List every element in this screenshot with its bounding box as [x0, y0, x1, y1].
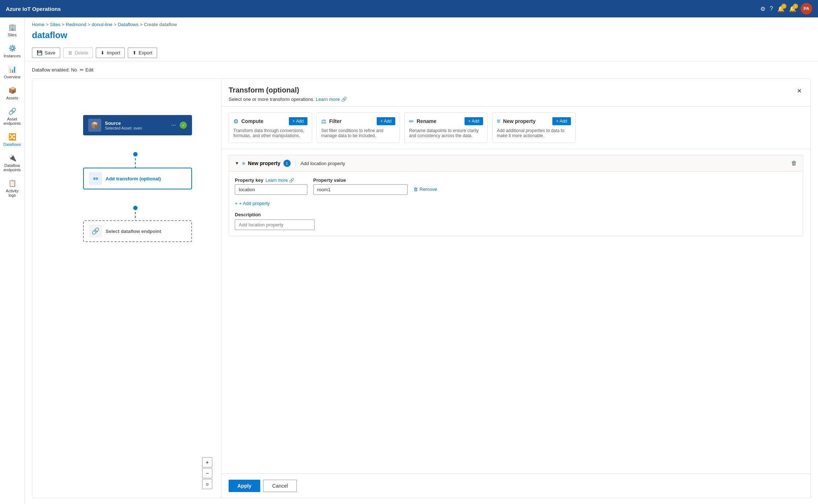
- endpoint-text: Select dataflow endpoint: [106, 229, 186, 234]
- sidebar-item-label: Dataflows: [3, 142, 21, 147]
- sidebar-item-label: Assets: [6, 96, 18, 100]
- zoom-reset-button[interactable]: ⊙: [202, 479, 212, 489]
- source-node[interactable]: 📦 Source Selected Asset: oven ··· ✓: [83, 115, 192, 135]
- new-property-title: New property: [503, 118, 535, 124]
- description-label: Description: [235, 212, 797, 217]
- cancel-button[interactable]: Cancel: [263, 480, 297, 492]
- transform-icon: ⇔: [89, 172, 102, 185]
- transform-panel-subtitle: Select one or more transform operations.…: [229, 97, 347, 102]
- transform-panel-content: Transform (optional) Select one or more …: [221, 79, 810, 498]
- rename-title: Rename: [417, 118, 436, 124]
- sidebar-item-overview[interactable]: 📊 Overview: [1, 62, 23, 82]
- transform-cards: ⚙ Compute + Add Transform data through c…: [221, 107, 810, 149]
- filter-title: Filter: [329, 118, 341, 124]
- description-input[interactable]: [235, 220, 315, 230]
- sidebar-item-sites[interactable]: 🏢 Sites: [1, 20, 23, 40]
- edit-link[interactable]: ✏ Edit: [80, 67, 93, 73]
- breadcrumb-dataflows[interactable]: Dataflows: [118, 22, 138, 27]
- alerts-icon[interactable]: 🔔1: [789, 5, 796, 12]
- filter-add-button[interactable]: + Add: [377, 117, 395, 125]
- compute-add-button[interactable]: + Add: [289, 117, 307, 125]
- new-property-card-header: ≡ New property + Add: [497, 117, 571, 125]
- import-button[interactable]: ⬇ Import: [96, 48, 125, 58]
- sidebar-item-label: Sites: [8, 33, 16, 37]
- transform-node[interactable]: ⇔ Add transform (optional): [83, 168, 192, 189]
- instances-icon: ⚙️: [8, 44, 16, 52]
- new-property-section-header: ▼ ≡ New property 1 | Add location proper…: [229, 155, 803, 172]
- breadcrumb-donut-line[interactable]: donut-line: [92, 22, 113, 27]
- property-value-input[interactable]: [313, 184, 408, 195]
- new-property-add-button[interactable]: + Add: [552, 117, 571, 125]
- sidebar-item-asset-endpoints[interactable]: 🔗 Asset endpoints: [1, 105, 23, 128]
- delete-section-button[interactable]: 🗑: [791, 160, 797, 167]
- source-icon: 📦: [88, 119, 101, 132]
- asset-endpoints-icon: 🔗: [8, 107, 16, 115]
- sidebar-item-assets[interactable]: 📦 Assets: [1, 83, 23, 103]
- export-button[interactable]: ⬆ Export: [128, 48, 157, 58]
- property-key-learn-more[interactable]: Learn more 🔗: [266, 178, 295, 183]
- flow-canvas: 📦 Source Selected Asset: oven ··· ✓ ⇔ Ad…: [32, 79, 221, 498]
- transform-panel-title: Transform (optional): [229, 86, 347, 94]
- rename-add-button[interactable]: + Add: [465, 117, 483, 125]
- property-panel-scroll: ▼ ≡ New property 1 | Add location proper…: [221, 149, 810, 474]
- learn-more-link[interactable]: Learn more: [316, 97, 340, 102]
- source-text: Source Selected Asset: oven: [105, 120, 168, 130]
- apply-button[interactable]: Apply: [229, 480, 260, 492]
- import-icon: ⬇: [101, 50, 105, 56]
- property-count-badge: 1: [283, 160, 291, 167]
- new-property-section: ▼ ≡ New property 1 | Add location proper…: [229, 155, 803, 236]
- sidebar-item-label: Overview: [4, 75, 21, 79]
- new-property-icon: ≡: [497, 118, 500, 124]
- new-property-body: Property key Learn more 🔗: [229, 172, 803, 236]
- notifications-icon[interactable]: 🔔1: [777, 5, 785, 12]
- help-icon[interactable]: ?: [770, 5, 773, 12]
- source-more-icon[interactable]: ···: [171, 122, 176, 128]
- delete-button[interactable]: 🗑 Delete: [63, 48, 93, 58]
- list-icon: ≡: [242, 160, 245, 166]
- transform-panel: Transform (optional) Select one or more …: [221, 79, 810, 498]
- compute-title: Compute: [241, 118, 263, 124]
- breadcrumb-current: Create dataflow: [144, 22, 177, 27]
- breadcrumb-sites[interactable]: Sites: [50, 22, 61, 27]
- collapse-button[interactable]: ▼: [235, 161, 239, 166]
- sidebar: 🏢 Sites ⚙️ Instances 📊 Overview 📦 Assets…: [0, 17, 25, 504]
- rename-desc: Rename datapoints to ensure clarity and …: [409, 128, 483, 138]
- dataflows-icon: 🔀: [8, 133, 16, 141]
- sidebar-item-instances[interactable]: ⚙️ Instances: [1, 41, 23, 61]
- property-value-label: Property value: [313, 177, 408, 183]
- filter-desc: Set filter conditions to refine and mana…: [321, 128, 395, 138]
- alert-badge: 1: [793, 4, 798, 9]
- zoom-out-button[interactable]: −: [202, 468, 212, 478]
- sidebar-item-dataflow-endpoints[interactable]: 🔌 Dataflow endpoints: [1, 151, 23, 175]
- zoom-in-button[interactable]: +: [202, 457, 212, 467]
- app-body: 🏢 Sites ⚙️ Instances 📊 Overview 📦 Assets…: [0, 17, 818, 504]
- endpoint-node[interactable]: 🔗 Select dataflow endpoint: [83, 220, 192, 242]
- sites-icon: 🏢: [8, 23, 16, 31]
- dataflow-status-bar: Dataflow enabled: No ✏ Edit: [32, 67, 811, 73]
- overview-icon: 📊: [8, 65, 16, 73]
- rename-card: ✏ Rename + Add Rename datapoints to ensu…: [404, 112, 488, 143]
- remove-button[interactable]: 🗑 Remove: [413, 187, 437, 195]
- panel-footer: Apply Cancel: [221, 474, 810, 498]
- sidebar-item-activity-logs[interactable]: 📋 Activity logs: [1, 176, 23, 200]
- breadcrumb-home[interactable]: Home: [32, 22, 45, 27]
- property-key-label: Property key Learn more 🔗: [235, 177, 307, 183]
- save-button[interactable]: 💾 Save: [32, 48, 60, 58]
- property-key-input[interactable]: [235, 184, 307, 195]
- description-section: Description: [235, 212, 797, 230]
- settings-icon[interactable]: ⚙: [760, 5, 765, 12]
- property-value-field: Property value: [313, 177, 408, 195]
- add-location-label: Add location property: [300, 161, 345, 166]
- property-key-value-row: Property key Learn more 🔗: [235, 177, 797, 195]
- close-button[interactable]: ✕: [795, 86, 803, 96]
- avatar[interactable]: PA: [801, 3, 812, 15]
- compute-desc: Transform data through conversions, form…: [233, 128, 307, 138]
- sidebar-item-dataflows[interactable]: 🔀 Dataflows: [1, 130, 23, 149]
- add-property-link[interactable]: + + Add property: [235, 201, 797, 206]
- content-area: Home > Sites > Redmond > donut-line > Da…: [25, 17, 818, 504]
- rename-card-header: ✏ Rename + Add: [409, 117, 483, 125]
- add-property-icon: +: [235, 201, 238, 206]
- breadcrumb-redmond[interactable]: Redmond: [66, 22, 86, 27]
- app-title: Azure IoT Operations: [6, 6, 61, 12]
- endpoint-icon: 🔗: [89, 225, 102, 238]
